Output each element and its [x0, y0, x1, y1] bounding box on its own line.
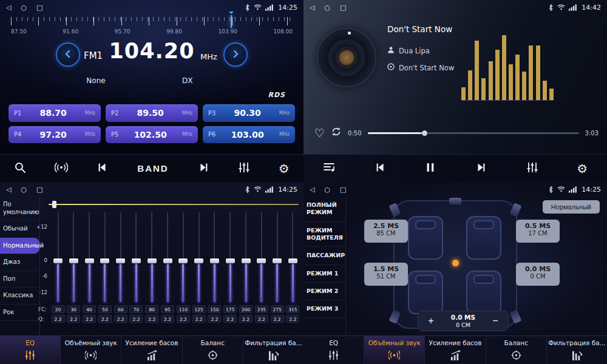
eq-band-slider[interactable] — [176, 211, 190, 303]
eq-band-slider[interactable] — [114, 211, 127, 303]
eq-preset-item[interactable]: Джаз — [0, 254, 39, 271]
eq-preset-item[interactable]: Рок — [0, 305, 39, 322]
seek-bar[interactable] — [368, 132, 579, 134]
eq-preset-item[interactable]: Обычай — [0, 221, 39, 238]
master-slider-handle[interactable] — [52, 201, 56, 208]
eq-band-slider[interactable] — [254, 211, 268, 303]
next-track-button[interactable] — [474, 162, 487, 175]
eq-band-110[interactable]: 1102.2 — [176, 211, 190, 335]
tune-down-button[interactable] — [56, 42, 80, 67]
sound-profile-button[interactable]: Нормальный — [543, 200, 600, 214]
slider-handle[interactable] — [85, 258, 94, 263]
eq-band-slider[interactable] — [223, 211, 237, 303]
tune-up-button[interactable] — [223, 42, 248, 67]
eq-band-200[interactable]: 2002.2 — [239, 211, 253, 335]
nav-recent-button[interactable]: □ — [340, 186, 346, 194]
listening-mode-2[interactable]: РЕЖИМ ВОДИТЕЛЯ — [304, 222, 345, 248]
radio-preset-p3[interactable]: P390.30MHz — [203, 104, 295, 122]
repeat-button[interactable] — [331, 126, 342, 140]
previous-track-button[interactable] — [374, 162, 387, 175]
slider-handle[interactable] — [273, 258, 282, 263]
listening-mode-5[interactable]: РЕЖИМ 2 — [304, 283, 345, 300]
listening-mode-1[interactable]: ПОЛНЫЙ РЕЖИМ — [304, 197, 345, 222]
eq-band-slider[interactable] — [51, 211, 65, 303]
eq-band-235[interactable]: 2352.2 — [254, 211, 268, 335]
master-level-slider[interactable] — [49, 201, 299, 208]
eq-preset-item[interactable]: Нормальный — [0, 238, 39, 255]
eq-band-slider[interactable] — [83, 211, 97, 303]
tab-bass-boost[interactable]: Усиление басов — [425, 336, 486, 364]
radio-preset-p5[interactable]: P5102.50MHz — [106, 126, 198, 144]
nav-back-button[interactable]: ◁ — [310, 4, 314, 12]
previous-station-button[interactable] — [96, 162, 109, 175]
slider-handle[interactable] — [242, 258, 251, 263]
eq-band-slider[interactable] — [67, 211, 81, 303]
settings-button[interactable]: ⚙ — [577, 163, 588, 175]
eq-band-125[interactable]: 1252.2 — [192, 211, 206, 335]
eq-band-50[interactable]: 502.2 — [98, 211, 112, 335]
eq-band-slider[interactable] — [161, 211, 175, 303]
eq-band-60[interactable]: 602.2 — [114, 211, 127, 335]
eq-band-slider[interactable] — [192, 211, 206, 303]
eq-band-slider[interactable] — [286, 211, 300, 303]
tab-filter[interactable]: Фильтрация ба... — [547, 336, 607, 364]
delay-decrease-button[interactable]: − — [489, 315, 502, 326]
eq-band-slider[interactable] — [208, 211, 222, 303]
tab-balance[interactable]: Баланс — [486, 336, 547, 364]
scan-stations-button[interactable] — [55, 162, 68, 175]
pause-button[interactable] — [426, 162, 435, 175]
nav-back-button[interactable]: ◁ — [6, 186, 11, 194]
nav-home-button[interactable]: ○ — [21, 4, 27, 12]
eq-band-275[interactable]: 2752.2 — [270, 211, 284, 335]
eq-band-40[interactable]: 402.2 — [83, 211, 97, 335]
tab-balance[interactable]: Баланс — [183, 336, 243, 364]
slider-handle[interactable] — [288, 258, 297, 263]
eq-band-150[interactable]: 1502.2 — [208, 211, 222, 335]
listening-position-dot[interactable] — [452, 260, 459, 266]
eq-band-175[interactable]: 1752.2 — [223, 211, 237, 335]
slider-handle[interactable] — [163, 258, 172, 263]
slider-handle[interactable] — [178, 258, 188, 263]
radio-preset-p6[interactable]: P6103.00MHz — [203, 126, 295, 144]
delay-front-left[interactable]: 2.5 MS85 CM — [364, 220, 408, 243]
radio-preset-p2[interactable]: P289.50MHz — [106, 104, 198, 122]
slider-handle[interactable] — [100, 258, 109, 263]
radio-preset-p4[interactable]: P497.20MHz — [8, 126, 101, 144]
delay-rear-right[interactable]: 0.0 MS0 CM — [516, 263, 560, 286]
listening-mode-4[interactable]: РЕЖИМ 1 — [304, 265, 345, 283]
tab-eq[interactable]: EQ — [304, 336, 364, 364]
settings-button[interactable]: ⚙ — [279, 163, 290, 175]
eq-band-slider[interactable] — [129, 211, 143, 303]
slider-handle[interactable] — [210, 258, 219, 263]
nav-home-button[interactable]: ○ — [324, 4, 330, 12]
frequency-ruler[interactable]: 87.50 91.60 95.70 99.80 103.90 108.00 — [11, 17, 293, 39]
nav-recent-button[interactable]: □ — [36, 186, 42, 194]
eq-band-70[interactable]: 702.2 — [129, 211, 143, 335]
nav-home-button[interactable]: ○ — [324, 186, 330, 194]
eq-band-95[interactable]: 952.2 — [161, 211, 175, 335]
slider-handle[interactable] — [53, 258, 63, 263]
audio-eq-button[interactable] — [238, 162, 250, 175]
eq-band-30[interactable]: 302.2 — [67, 211, 81, 335]
eq-preset-item[interactable]: По умолчанию — [0, 197, 39, 221]
eq-band-slider[interactable] — [239, 211, 253, 303]
nav-home-button[interactable]: ○ — [21, 186, 27, 194]
next-station-button[interactable] — [197, 162, 210, 175]
tab-filter[interactable]: Фильтрация ба... — [243, 336, 304, 364]
tab-eq[interactable]: EQ — [0, 336, 61, 364]
slider-handle[interactable] — [69, 258, 78, 263]
listening-mode-6[interactable]: РЕЖИМ 3 — [304, 300, 345, 318]
eq-band-20[interactable]: 202.2 — [51, 211, 65, 335]
nav-recent-button[interactable]: □ — [36, 4, 42, 12]
slider-handle[interactable] — [148, 258, 157, 263]
nav-back-button[interactable]: ◁ — [310, 186, 314, 194]
radio-preset-p1[interactable]: P188.70MHz — [8, 104, 101, 122]
favorite-button[interactable]: ♡ — [314, 126, 325, 140]
slider-handle[interactable] — [116, 258, 125, 263]
delay-front-right[interactable]: 0.5 MS17 CM — [516, 220, 560, 243]
slider-handle[interactable] — [257, 258, 266, 263]
listening-mode-3[interactable]: ПАССАЖИР — [304, 247, 345, 265]
eq-band-80[interactable]: 802.2 — [145, 211, 159, 335]
nav-back-button[interactable]: ◁ — [6, 4, 11, 12]
tab-surround-sound[interactable]: Объёмный звук — [61, 336, 121, 364]
